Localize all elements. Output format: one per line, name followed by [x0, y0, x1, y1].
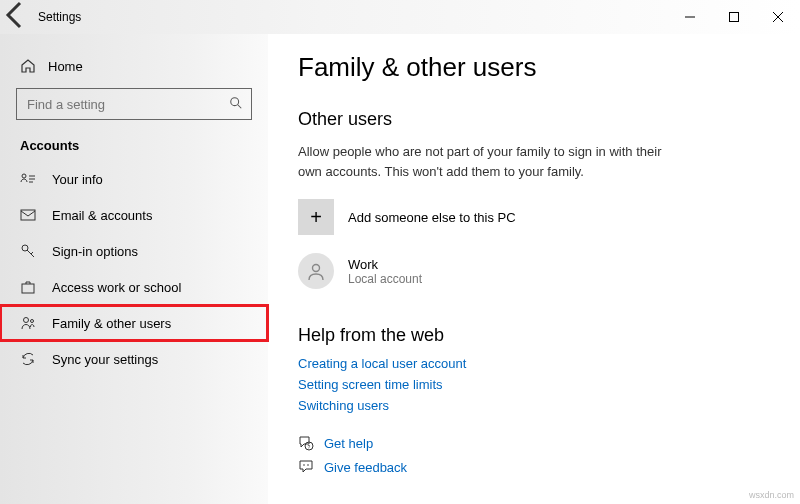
back-button[interactable] [0, 0, 32, 35]
svg-point-15 [313, 265, 320, 272]
user-name: Work [348, 257, 422, 272]
chat-help-icon: ? [298, 435, 314, 451]
search-box[interactable] [16, 88, 252, 120]
nav-signin-options[interactable]: Sign-in options [0, 233, 268, 269]
feedback-icon [298, 459, 314, 475]
user-entry[interactable]: Work Local account [298, 253, 770, 289]
help-link[interactable]: Setting screen time limits [298, 377, 770, 392]
briefcase-icon [20, 279, 36, 295]
other-users-heading: Other users [298, 109, 770, 130]
sidebar: Home Accounts Your info Email & accounts… [0, 34, 268, 504]
key-icon [20, 243, 36, 259]
nav-label: Email & accounts [52, 208, 152, 223]
nav-access-work-school[interactable]: Access work or school [0, 269, 268, 305]
mail-icon [20, 207, 36, 223]
svg-line-5 [238, 104, 242, 108]
plus-icon: + [298, 199, 334, 235]
add-user-label: Add someone else to this PC [348, 210, 516, 225]
page-title: Family & other users [298, 52, 770, 83]
avatar-icon [298, 253, 334, 289]
nav-label: Family & other users [52, 316, 171, 331]
home-nav[interactable]: Home [0, 52, 268, 88]
people-icon [20, 315, 36, 331]
svg-rect-12 [22, 284, 34, 293]
maximize-button[interactable] [712, 0, 756, 34]
main-content: Family & other users Other users Allow p… [268, 34, 800, 504]
help-section: Help from the web Creating a local user … [298, 325, 770, 413]
nav-label: Your info [52, 172, 103, 187]
svg-point-4 [231, 97, 239, 105]
search-input[interactable] [17, 97, 221, 112]
search-icon [221, 96, 251, 113]
svg-rect-1 [730, 13, 739, 22]
titlebar: Settings [0, 0, 800, 34]
get-help-link[interactable]: Get help [324, 436, 373, 451]
watermark: wsxdn.com [749, 490, 794, 500]
give-feedback-link[interactable]: Give feedback [324, 460, 407, 475]
other-users-desc: Allow people who are not part of your fa… [298, 142, 678, 181]
add-user-button[interactable]: + Add someone else to this PC [298, 199, 770, 235]
nav-your-info[interactable]: Your info [0, 161, 268, 197]
svg-point-14 [31, 320, 34, 323]
home-icon [20, 58, 36, 74]
svg-text:?: ? [308, 444, 311, 450]
help-link[interactable]: Creating a local user account [298, 356, 770, 371]
nav-label: Sign-in options [52, 244, 138, 259]
section-label: Accounts [0, 138, 268, 161]
home-label: Home [48, 59, 83, 74]
nav-label: Access work or school [52, 280, 181, 295]
help-link[interactable]: Switching users [298, 398, 770, 413]
svg-point-19 [307, 464, 309, 466]
svg-point-18 [303, 464, 305, 466]
svg-point-6 [22, 174, 26, 178]
user-subtitle: Local account [348, 272, 422, 286]
svg-point-13 [24, 318, 29, 323]
give-feedback-row: Give feedback [298, 459, 770, 475]
nav-sync-settings[interactable]: Sync your settings [0, 341, 268, 377]
help-heading: Help from the web [298, 325, 770, 346]
nav-label: Sync your settings [52, 352, 158, 367]
sync-icon [20, 351, 36, 367]
nav-email-accounts[interactable]: Email & accounts [0, 197, 268, 233]
window-title: Settings [38, 10, 81, 24]
nav-family-other-users[interactable]: Family & other users [0, 305, 268, 341]
get-help-row: ? Get help [298, 435, 770, 451]
close-button[interactable] [756, 0, 800, 34]
person-card-icon [20, 171, 36, 187]
minimize-button[interactable] [668, 0, 712, 34]
svg-rect-10 [21, 210, 35, 220]
